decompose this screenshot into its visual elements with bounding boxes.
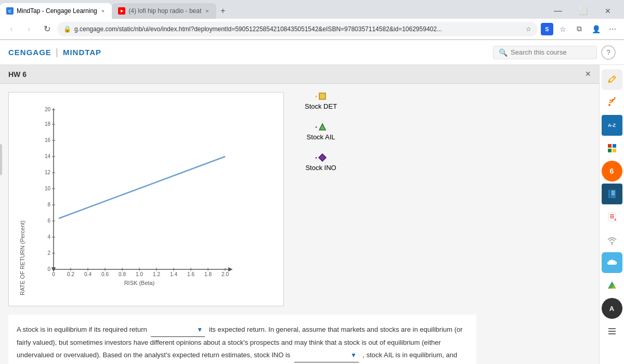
legend-area: • Stock DET • <box>284 92 337 172</box>
svg-marker-67 <box>608 281 616 289</box>
help-button[interactable]: ? <box>601 45 616 60</box>
sidebar-notepad-button[interactable] <box>602 206 622 227</box>
scrollbar-thumb[interactable] <box>0 144 2 175</box>
orange-text: 6 <box>610 167 614 175</box>
collections-icon[interactable]: ⧉ <box>572 22 587 36</box>
sidebar-orange-button[interactable]: 6 <box>602 161 622 181</box>
cengage-favicon: C <box>6 7 14 15</box>
svg-point-51 <box>608 104 610 106</box>
sidebar-book-button[interactable] <box>602 184 622 204</box>
svg-text:6: 6 <box>47 218 50 224</box>
settings-icon[interactable]: ⋯ <box>605 22 620 36</box>
svg-text:2: 2 <box>47 250 50 256</box>
svg-text:12: 12 <box>45 170 51 175</box>
ail-label: Stock AIL <box>307 133 335 141</box>
sidebar-office-button[interactable] <box>602 138 622 159</box>
rss-icon <box>607 97 617 108</box>
chart-inner: RATE OF RETURN (Percent) <box>19 103 273 295</box>
cengage-logo: CENGAGE | MINDTAP <box>8 47 101 58</box>
star-icon[interactable]: ☆ <box>526 25 531 33</box>
close-window-button[interactable]: ✕ <box>596 3 620 19</box>
chart-svg: 0 2 4 6 8 10 12 <box>28 103 236 295</box>
det-square-icon <box>318 92 327 100</box>
det-marker: • <box>315 92 327 100</box>
svg-text:1.4: 1.4 <box>170 271 177 277</box>
ino-diamond-icon <box>318 153 327 162</box>
svg-text:0.2: 0.2 <box>67 271 74 277</box>
search-input[interactable] <box>511 48 583 56</box>
tab-bar: C MindTap - Cengage Learning × ▶ (4) lof… <box>0 0 624 19</box>
tab-youtube-close[interactable]: × <box>204 7 210 15</box>
extensions-icon[interactable]: S <box>541 23 553 35</box>
drive-icon <box>607 280 617 291</box>
search-icon: 🔍 <box>499 48 508 57</box>
svg-text:0: 0 <box>47 266 50 272</box>
hw-close-button[interactable]: × <box>585 69 591 80</box>
svg-text:0.8: 0.8 <box>119 271 126 277</box>
svg-rect-54 <box>608 149 612 152</box>
sidebar-az-button[interactable]: A-Z <box>602 115 622 136</box>
notepad-icon <box>607 212 617 222</box>
minimize-button[interactable]: — <box>546 3 570 19</box>
restore-button[interactable]: ⬜ <box>571 3 595 19</box>
svg-text:1.8: 1.8 <box>204 271 212 277</box>
y-axis-label: RATE OF RETURN (Percent) <box>19 103 25 295</box>
content-area: RATE OF RETURN (Percent) <box>0 84 599 364</box>
svg-text:0.4: 0.4 <box>84 271 92 277</box>
tab-youtube[interactable]: ▶ (4) lofi hip hop radio - beat × <box>112 3 216 19</box>
browser-chrome: C MindTap - Cengage Learning × ▶ (4) lof… <box>0 0 624 40</box>
tab-youtube-label: (4) lofi hip hop radio - beat <box>128 7 201 15</box>
ino-marker: • <box>315 153 327 162</box>
main-content: HW 6 × RATE OF RETURN (Percent) <box>0 65 599 364</box>
hamburger-icon <box>607 326 617 336</box>
chart-container: RATE OF RETURN (Percent) <box>8 92 284 306</box>
favorites-icon[interactable]: ☆ <box>555 22 570 36</box>
dropdown1[interactable]: ▼ <box>151 323 205 337</box>
svg-marker-49 <box>319 154 326 161</box>
tab-cengage[interactable]: C MindTap - Cengage Learning × <box>0 3 112 19</box>
nav-icons: S ☆ ⧉ 👤 ⋯ <box>541 22 620 36</box>
svg-rect-52 <box>608 144 612 148</box>
svg-point-65 <box>611 243 613 245</box>
sidebar-rss-button[interactable] <box>602 92 622 113</box>
tab-cengage-close[interactable]: × <box>100 7 106 15</box>
hw-header: HW 6 × <box>0 65 599 84</box>
svg-rect-55 <box>613 149 616 152</box>
sidebar-wifi-button[interactable] <box>602 229 622 250</box>
app-header: CENGAGE | MINDTAP 🔍 ? <box>0 40 624 65</box>
svg-text:4: 4 <box>47 234 50 240</box>
svg-text:10: 10 <box>45 186 51 191</box>
address-text: g.cengage.com/static/nb/ui/evo/index.htm… <box>74 25 523 33</box>
sidebar-a-button[interactable]: A <box>602 298 622 319</box>
svg-rect-47 <box>319 93 326 99</box>
sidebar-drive-button[interactable] <box>602 275 622 296</box>
new-tab-button[interactable]: + <box>216 4 230 18</box>
ino-dot-left: • <box>315 155 317 161</box>
nav-bar: ‹ › ↻ 🔒 g.cengage.com/static/nb/ui/evo/i… <box>0 19 624 40</box>
svg-text:16: 16 <box>45 137 51 143</box>
office-icon <box>607 143 617 153</box>
chart-section: RATE OF RETURN (Percent) <box>8 92 591 306</box>
det-label: Stock DET <box>305 102 337 110</box>
legend-item-ino: • Stock INO <box>305 153 337 172</box>
profile-icon[interactable]: 👤 <box>589 22 603 36</box>
ail-dot-left: • <box>315 124 317 130</box>
search-bar[interactable]: 🔍 <box>493 46 597 59</box>
svg-text:1.2: 1.2 <box>153 271 160 277</box>
text-part1: A stock is in equilibrium if its require… <box>17 326 147 333</box>
dropdown2-arrow: ▼ <box>350 350 357 360</box>
logo-separator: | <box>56 47 59 58</box>
address-bar[interactable]: 🔒 g.cengage.com/static/nb/ui/evo/index.h… <box>57 22 538 36</box>
sidebar-cloud-button[interactable] <box>602 252 622 273</box>
sidebar-menu-button[interactable] <box>602 321 622 342</box>
dropdown2[interactable]: ▼ <box>294 348 359 362</box>
reload-button[interactable]: ↻ <box>40 22 54 36</box>
sidebar-pencil-button[interactable] <box>602 69 622 90</box>
svg-text:8: 8 <box>47 202 50 207</box>
back-button[interactable]: ‹ <box>4 22 19 36</box>
dropdown2-placeholder <box>296 349 348 361</box>
ino-label: Stock INO <box>305 164 336 172</box>
forward-button[interactable]: › <box>22 22 36 36</box>
svg-text:1.6: 1.6 <box>187 271 194 277</box>
svg-rect-53 <box>613 144 616 148</box>
